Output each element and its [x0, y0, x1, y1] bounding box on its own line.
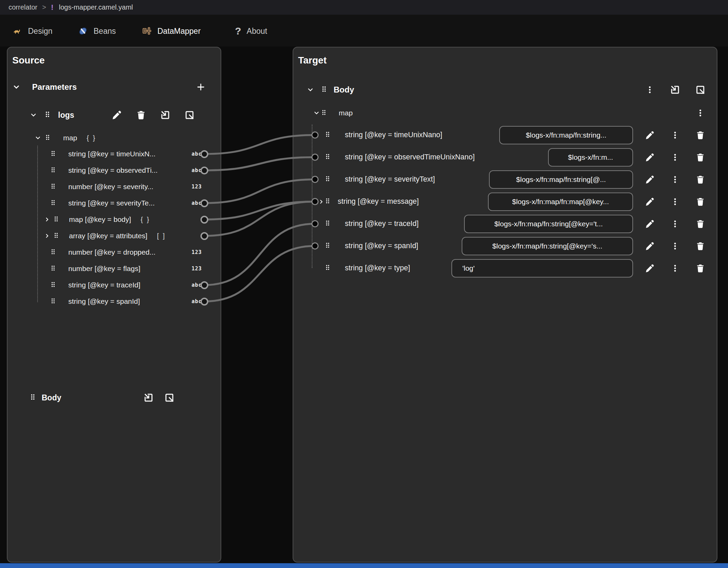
source-field-row[interactable]: number [@key = dropped... 123 [8, 244, 221, 260]
edit-expression-button[interactable] [644, 218, 656, 230]
source-field-row[interactable]: string [@key = timeUnixN... abc [8, 146, 221, 162]
edit-parameter-button[interactable] [111, 109, 123, 121]
chevron-down-icon[interactable] [29, 111, 38, 119]
grip-icon[interactable] [51, 167, 56, 174]
import-schema-icon[interactable] [159, 109, 171, 121]
delete-mapping-button[interactable] [694, 129, 706, 141]
connection-endpoint[interactable] [311, 176, 319, 183]
expression-input[interactable]: 'log' [451, 259, 633, 278]
delete-parameter-button[interactable] [135, 109, 147, 121]
grip-icon[interactable] [54, 232, 59, 240]
target-field-row[interactable]: string [@key = type] 'log' [293, 257, 717, 279]
connection-endpoint[interactable] [311, 198, 319, 205]
grip-icon[interactable] [325, 264, 330, 272]
grip-icon[interactable] [325, 198, 330, 205]
connection-endpoint[interactable] [200, 298, 208, 306]
expression-input[interactable]: $logs-x/fn:map/fn:string[@... [489, 170, 633, 189]
expression-input[interactable]: $logs-x/fn:m... [548, 148, 633, 167]
import-schema-icon[interactable] [669, 84, 681, 96]
target-field-row[interactable]: string [@key = observedTimeUnixNano] $lo… [293, 146, 717, 168]
chevron-down-icon[interactable] [306, 86, 314, 94]
connection-endpoint[interactable] [311, 220, 319, 227]
grip-icon[interactable] [51, 199, 56, 207]
source-body-document[interactable]: Body [8, 388, 221, 407]
source-field-row[interactable]: map [@key = body] { } [8, 211, 221, 228]
connection-endpoint[interactable] [311, 242, 319, 250]
grip-icon[interactable] [51, 265, 56, 273]
grip-icon[interactable] [54, 216, 59, 224]
tab-beans[interactable]: Beans [78, 21, 116, 41]
kebab-menu-icon[interactable] [669, 196, 681, 208]
grip-icon[interactable] [325, 175, 330, 183]
grip-icon[interactable] [51, 150, 56, 158]
edit-expression-button[interactable] [644, 151, 656, 164]
delete-mapping-button[interactable] [694, 173, 706, 186]
target-field-row[interactable]: string [@key = severityText] $logs-x/fn:… [293, 168, 717, 190]
delete-mapping-button[interactable] [694, 262, 706, 274]
expression-input[interactable]: $logs-x/fn:map/fn:string[@key='s... [462, 237, 633, 255]
source-field-row[interactable]: number [@key = severity... 123 [8, 179, 221, 195]
edit-expression-button[interactable] [644, 196, 656, 208]
chevron-right-icon[interactable] [43, 233, 51, 239]
grip-icon[interactable] [322, 109, 326, 117]
edit-expression-button[interactable] [644, 262, 656, 274]
grip-icon[interactable] [325, 131, 330, 139]
source-node-map[interactable]: map { } [8, 130, 221, 146]
connection-endpoint[interactable] [311, 154, 319, 161]
add-parameter-button[interactable] [195, 81, 207, 93]
breadcrumb-project[interactable]: correlator [9, 3, 37, 11]
connection-endpoint[interactable] [200, 199, 208, 207]
delete-mapping-button[interactable] [694, 151, 706, 164]
source-field-row[interactable]: string [@key = observedTi... abc [8, 162, 221, 179]
grip-icon[interactable] [325, 153, 330, 161]
kebab-menu-icon[interactable] [669, 262, 681, 274]
delete-mapping-button[interactable] [694, 240, 706, 252]
connection-endpoint[interactable] [200, 232, 208, 240]
chevron-down-icon[interactable] [12, 83, 20, 91]
grip-icon[interactable] [45, 134, 50, 142]
source-field-row[interactable]: number [@key = flags] 123 [8, 260, 221, 277]
edit-expression-button[interactable] [644, 240, 656, 252]
connection-endpoint[interactable] [200, 150, 208, 158]
export-schema-icon[interactable] [694, 84, 706, 96]
edit-expression-button[interactable] [644, 173, 656, 186]
tab-design[interactable]: Design [12, 21, 53, 41]
grip-icon[interactable] [45, 111, 50, 119]
kebab-menu-icon[interactable] [669, 240, 681, 252]
delete-mapping-button[interactable] [694, 196, 706, 208]
target-node-map[interactable]: map [293, 102, 717, 124]
connection-endpoint[interactable] [200, 216, 208, 224]
chevron-down-icon[interactable] [312, 110, 321, 116]
target-field-row[interactable]: string [@key = spanId] $logs-x/fn:map/fn… [293, 235, 717, 257]
connection-endpoint[interactable] [311, 131, 319, 139]
parameters-header[interactable]: Parameters [8, 76, 221, 98]
export-schema-icon[interactable] [183, 109, 196, 121]
expression-input[interactable]: $logs-x/fn:map/fn:string... [499, 126, 633, 144]
grip-icon[interactable] [51, 183, 56, 191]
source-parameter-row-logs[interactable]: logs [8, 105, 221, 125]
kebab-menu-icon[interactable] [669, 129, 681, 141]
export-schema-icon[interactable] [163, 392, 176, 404]
tab-datamapper[interactable]: DataMapper [142, 21, 201, 41]
target-field-row[interactable]: string [@key = message] $logs-x/fn:map/f… [293, 190, 717, 213]
expression-input[interactable]: $logs-x/fn:map/fn:string[@key='t... [464, 215, 633, 233]
grip-icon[interactable] [51, 281, 56, 289]
chevron-right-icon[interactable] [43, 216, 51, 223]
kebab-menu-icon[interactable] [694, 107, 706, 119]
grip-icon[interactable] [325, 220, 330, 228]
kebab-menu-icon[interactable] [669, 173, 681, 186]
delete-mapping-button[interactable] [694, 218, 706, 230]
grip-icon[interactable] [325, 242, 330, 250]
breadcrumb-file[interactable]: logs-mapper.camel.yaml [59, 3, 133, 11]
expression-input[interactable]: $logs-x/fn:map/fn:map[@key... [488, 193, 633, 211]
source-field-row[interactable]: string [@key = severityTe... abc [8, 195, 221, 211]
kebab-menu-icon[interactable] [644, 84, 656, 96]
target-body-document[interactable]: Body [293, 79, 717, 101]
connection-endpoint[interactable] [200, 167, 208, 174]
edit-expression-button[interactable] [644, 129, 656, 141]
source-field-row[interactable]: array [@key = attributes] [ ] [8, 228, 221, 244]
target-field-row[interactable]: string [@key = traceId] $logs-x/fn:map/f… [293, 213, 717, 235]
connection-endpoint[interactable] [200, 281, 208, 289]
kebab-menu-icon[interactable] [669, 151, 681, 164]
grip-icon[interactable] [30, 394, 35, 402]
